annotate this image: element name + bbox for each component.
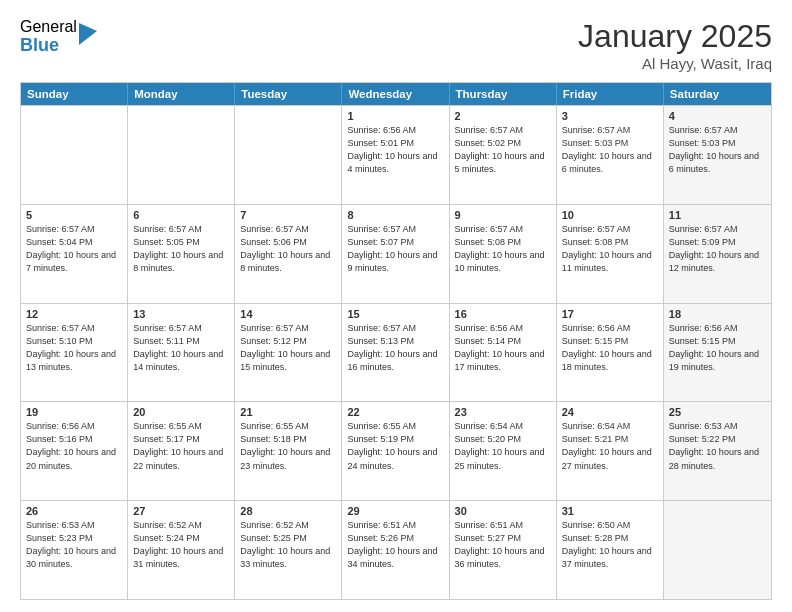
day-number: 22 xyxy=(347,406,443,418)
day-info: Sunrise: 6:55 AMSunset: 5:17 PMDaylight:… xyxy=(133,420,229,472)
logo-icon xyxy=(79,23,97,45)
logo-general: General xyxy=(20,18,77,36)
day-number: 9 xyxy=(455,209,551,221)
header-day-wednesday: Wednesday xyxy=(342,83,449,105)
day-info: Sunrise: 6:56 AMSunset: 5:16 PMDaylight:… xyxy=(26,420,122,472)
cal-cell-2-4: 8Sunrise: 6:57 AMSunset: 5:07 PMDaylight… xyxy=(342,205,449,303)
day-number: 11 xyxy=(669,209,766,221)
page: General Blue January 2025 Al Hayy, Wasit… xyxy=(0,0,792,612)
day-number: 14 xyxy=(240,308,336,320)
cal-cell-1-5: 2Sunrise: 6:57 AMSunset: 5:02 PMDaylight… xyxy=(450,106,557,204)
day-number: 5 xyxy=(26,209,122,221)
cal-cell-1-6: 3Sunrise: 6:57 AMSunset: 5:03 PMDaylight… xyxy=(557,106,664,204)
day-info: Sunrise: 6:57 AMSunset: 5:02 PMDaylight:… xyxy=(455,124,551,176)
day-number: 17 xyxy=(562,308,658,320)
cal-cell-3-5: 16Sunrise: 6:56 AMSunset: 5:14 PMDayligh… xyxy=(450,304,557,402)
header-day-monday: Monday xyxy=(128,83,235,105)
day-number: 24 xyxy=(562,406,658,418)
cal-cell-4-6: 24Sunrise: 6:54 AMSunset: 5:21 PMDayligh… xyxy=(557,402,664,500)
week-row-3: 12Sunrise: 6:57 AMSunset: 5:10 PMDayligh… xyxy=(21,303,771,402)
cal-cell-1-3 xyxy=(235,106,342,204)
day-number: 21 xyxy=(240,406,336,418)
day-info: Sunrise: 6:50 AMSunset: 5:28 PMDaylight:… xyxy=(562,519,658,571)
header-day-tuesday: Tuesday xyxy=(235,83,342,105)
header-day-thursday: Thursday xyxy=(450,83,557,105)
day-number: 30 xyxy=(455,505,551,517)
week-row-4: 19Sunrise: 6:56 AMSunset: 5:16 PMDayligh… xyxy=(21,401,771,500)
day-info: Sunrise: 6:57 AMSunset: 5:03 PMDaylight:… xyxy=(669,124,766,176)
day-info: Sunrise: 6:57 AMSunset: 5:08 PMDaylight:… xyxy=(455,223,551,275)
day-number: 8 xyxy=(347,209,443,221)
header-day-sunday: Sunday xyxy=(21,83,128,105)
day-info: Sunrise: 6:51 AMSunset: 5:27 PMDaylight:… xyxy=(455,519,551,571)
day-number: 19 xyxy=(26,406,122,418)
day-number: 29 xyxy=(347,505,443,517)
cal-cell-5-6: 31Sunrise: 6:50 AMSunset: 5:28 PMDayligh… xyxy=(557,501,664,599)
day-info: Sunrise: 6:56 AMSunset: 5:15 PMDaylight:… xyxy=(669,322,766,374)
week-row-2: 5Sunrise: 6:57 AMSunset: 5:04 PMDaylight… xyxy=(21,204,771,303)
logo: General Blue xyxy=(20,18,97,55)
cal-cell-4-5: 23Sunrise: 6:54 AMSunset: 5:20 PMDayligh… xyxy=(450,402,557,500)
day-info: Sunrise: 6:57 AMSunset: 5:03 PMDaylight:… xyxy=(562,124,658,176)
title-block: January 2025 Al Hayy, Wasit, Iraq xyxy=(578,18,772,72)
cal-cell-3-2: 13Sunrise: 6:57 AMSunset: 5:11 PMDayligh… xyxy=(128,304,235,402)
day-info: Sunrise: 6:55 AMSunset: 5:18 PMDaylight:… xyxy=(240,420,336,472)
cal-cell-1-1 xyxy=(21,106,128,204)
day-info: Sunrise: 6:52 AMSunset: 5:24 PMDaylight:… xyxy=(133,519,229,571)
day-info: Sunrise: 6:55 AMSunset: 5:19 PMDaylight:… xyxy=(347,420,443,472)
cal-cell-4-1: 19Sunrise: 6:56 AMSunset: 5:16 PMDayligh… xyxy=(21,402,128,500)
day-info: Sunrise: 6:57 AMSunset: 5:13 PMDaylight:… xyxy=(347,322,443,374)
cal-cell-3-7: 18Sunrise: 6:56 AMSunset: 5:15 PMDayligh… xyxy=(664,304,771,402)
day-number: 15 xyxy=(347,308,443,320)
calendar-header-row: SundayMondayTuesdayWednesdayThursdayFrid… xyxy=(21,83,771,105)
day-info: Sunrise: 6:57 AMSunset: 5:06 PMDaylight:… xyxy=(240,223,336,275)
cal-cell-2-5: 9Sunrise: 6:57 AMSunset: 5:08 PMDaylight… xyxy=(450,205,557,303)
week-row-1: 1Sunrise: 6:56 AMSunset: 5:01 PMDaylight… xyxy=(21,105,771,204)
day-number: 23 xyxy=(455,406,551,418)
cal-cell-4-7: 25Sunrise: 6:53 AMSunset: 5:22 PMDayligh… xyxy=(664,402,771,500)
logo-blue: Blue xyxy=(20,36,77,56)
day-info: Sunrise: 6:54 AMSunset: 5:20 PMDaylight:… xyxy=(455,420,551,472)
cal-cell-5-4: 29Sunrise: 6:51 AMSunset: 5:26 PMDayligh… xyxy=(342,501,449,599)
day-info: Sunrise: 6:57 AMSunset: 5:07 PMDaylight:… xyxy=(347,223,443,275)
week-row-5: 26Sunrise: 6:53 AMSunset: 5:23 PMDayligh… xyxy=(21,500,771,599)
day-number: 13 xyxy=(133,308,229,320)
day-info: Sunrise: 6:53 AMSunset: 5:22 PMDaylight:… xyxy=(669,420,766,472)
day-info: Sunrise: 6:57 AMSunset: 5:11 PMDaylight:… xyxy=(133,322,229,374)
day-number: 28 xyxy=(240,505,336,517)
day-info: Sunrise: 6:56 AMSunset: 5:01 PMDaylight:… xyxy=(347,124,443,176)
cal-cell-5-2: 27Sunrise: 6:52 AMSunset: 5:24 PMDayligh… xyxy=(128,501,235,599)
cal-cell-1-2 xyxy=(128,106,235,204)
calendar-body: 1Sunrise: 6:56 AMSunset: 5:01 PMDaylight… xyxy=(21,105,771,599)
cal-cell-5-1: 26Sunrise: 6:53 AMSunset: 5:23 PMDayligh… xyxy=(21,501,128,599)
day-number: 2 xyxy=(455,110,551,122)
day-number: 31 xyxy=(562,505,658,517)
cal-cell-2-6: 10Sunrise: 6:57 AMSunset: 5:08 PMDayligh… xyxy=(557,205,664,303)
day-number: 3 xyxy=(562,110,658,122)
calendar-title: January 2025 xyxy=(578,18,772,55)
day-info: Sunrise: 6:54 AMSunset: 5:21 PMDaylight:… xyxy=(562,420,658,472)
day-number: 25 xyxy=(669,406,766,418)
day-number: 6 xyxy=(133,209,229,221)
cal-cell-4-2: 20Sunrise: 6:55 AMSunset: 5:17 PMDayligh… xyxy=(128,402,235,500)
day-info: Sunrise: 6:53 AMSunset: 5:23 PMDaylight:… xyxy=(26,519,122,571)
cal-cell-2-2: 6Sunrise: 6:57 AMSunset: 5:05 PMDaylight… xyxy=(128,205,235,303)
day-info: Sunrise: 6:57 AMSunset: 5:04 PMDaylight:… xyxy=(26,223,122,275)
cal-cell-5-3: 28Sunrise: 6:52 AMSunset: 5:25 PMDayligh… xyxy=(235,501,342,599)
header-day-saturday: Saturday xyxy=(664,83,771,105)
day-number: 18 xyxy=(669,308,766,320)
day-info: Sunrise: 6:57 AMSunset: 5:12 PMDaylight:… xyxy=(240,322,336,374)
header-day-friday: Friday xyxy=(557,83,664,105)
cal-cell-2-7: 11Sunrise: 6:57 AMSunset: 5:09 PMDayligh… xyxy=(664,205,771,303)
cal-cell-4-3: 21Sunrise: 6:55 AMSunset: 5:18 PMDayligh… xyxy=(235,402,342,500)
day-info: Sunrise: 6:57 AMSunset: 5:08 PMDaylight:… xyxy=(562,223,658,275)
day-number: 12 xyxy=(26,308,122,320)
calendar-subtitle: Al Hayy, Wasit, Iraq xyxy=(578,55,772,72)
day-info: Sunrise: 6:56 AMSunset: 5:14 PMDaylight:… xyxy=(455,322,551,374)
cal-cell-2-1: 5Sunrise: 6:57 AMSunset: 5:04 PMDaylight… xyxy=(21,205,128,303)
cal-cell-1-7: 4Sunrise: 6:57 AMSunset: 5:03 PMDaylight… xyxy=(664,106,771,204)
cal-cell-1-4: 1Sunrise: 6:56 AMSunset: 5:01 PMDaylight… xyxy=(342,106,449,204)
cal-cell-5-7 xyxy=(664,501,771,599)
day-number: 4 xyxy=(669,110,766,122)
header: General Blue January 2025 Al Hayy, Wasit… xyxy=(20,18,772,72)
